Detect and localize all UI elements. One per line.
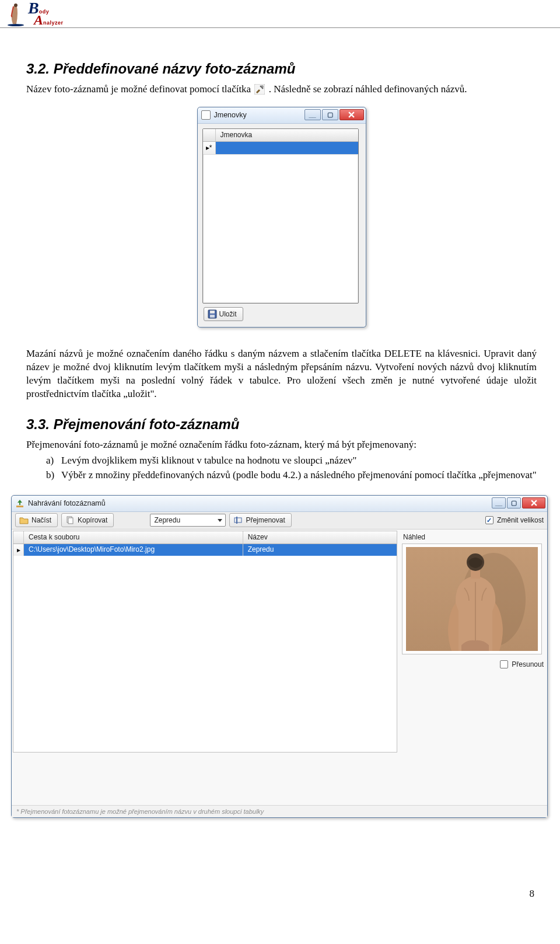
maximize-button[interactable]: ▢	[322, 109, 338, 120]
logo-wordmark: Body Analyzer	[28, 1, 58, 28]
window-body: Jmenovka ▸* Uložit	[198, 124, 366, 327]
save-icon	[208, 309, 217, 319]
logo-figure-icon	[6, 3, 26, 26]
button-label: Načíst	[32, 516, 51, 524]
svg-rect-9	[235, 518, 242, 522]
cell-name[interactable]: Zepredu	[243, 544, 397, 556]
resize-checkbox[interactable]: Změnit velikost	[485, 516, 544, 524]
photos-table[interactable]: Cesta k souboru Název ▸ C:\Users\jov\Des…	[13, 531, 397, 753]
name-dropdown[interactable]: Zepredu	[150, 514, 226, 527]
row-indicator-icon: ▸	[13, 544, 24, 556]
move-checkbox[interactable]: Přesunout	[402, 660, 544, 668]
text-fragment: Název foto-záznamů je možné definovat po…	[26, 83, 253, 95]
window-footer: Uložit	[202, 304, 361, 321]
toolbar: Načíst Kopírovat Zepredu Přejmenovat	[12, 512, 547, 530]
grid-cell[interactable]	[216, 142, 358, 154]
svg-rect-5	[210, 311, 215, 313]
maximize-button[interactable]: ▢	[507, 497, 521, 508]
upload-icon	[15, 499, 24, 508]
list-item-b: b)Výběr z množiny předdefinovaných názvů…	[46, 469, 537, 482]
window-title: Nahrávání fotozáznamů	[28, 499, 106, 507]
close-button[interactable]	[522, 497, 545, 508]
preview-pane: Náhled	[398, 530, 547, 753]
rename-icon	[233, 515, 243, 525]
close-button[interactable]	[340, 109, 364, 120]
checkbox-label: Přesunout	[512, 660, 544, 668]
app-icon	[201, 110, 211, 120]
rename-button[interactable]: Přejmenovat	[229, 513, 291, 527]
jmenovky-window: Jmenovky __ ▢ Jmenovka ▸*	[197, 107, 366, 328]
preview-image	[406, 547, 538, 651]
section-3-3-title: 3.3. Přejmenování foto-záznamů	[26, 416, 537, 433]
names-grid[interactable]: Jmenovka ▸*	[202, 128, 359, 304]
dropdown-value: Zepredu	[154, 516, 180, 524]
column-header-name[interactable]: Název	[243, 531, 397, 544]
section-3-3-intro: Přejmenování foto-záznamů je možné označ…	[26, 438, 537, 452]
checkbox-label: Změnit velikost	[497, 516, 544, 524]
minimize-button[interactable]: __	[304, 109, 321, 120]
minimize-button[interactable]: __	[492, 497, 506, 508]
window-title: Jmenovky	[214, 111, 247, 119]
svg-rect-8	[68, 518, 73, 524]
table-row[interactable]: ▸ C:\Users\jov\Desktop\MiroFoto\Miro2.jp…	[13, 544, 397, 556]
section-3-2-para1: Název foto-záznamů je možné definovat po…	[26, 83, 537, 96]
grid-header: Jmenovka	[203, 129, 358, 142]
page-header: Body Analyzer	[0, 0, 560, 28]
svg-point-0	[8, 24, 24, 26]
window-main: Cesta k souboru Název ▸ C:\Users\jov\Des…	[12, 530, 547, 753]
button-label: Přejmenovat	[246, 516, 285, 524]
window-titlebar: Jmenovky __ ▢	[198, 107, 366, 124]
tools-icon	[254, 84, 265, 95]
copy-button[interactable]: Kopírovat	[61, 513, 114, 527]
svg-point-3	[261, 85, 264, 88]
button-label: Kopírovat	[78, 516, 107, 524]
svg-point-1	[14, 4, 18, 7]
logo: Body Analyzer	[6, 1, 58, 28]
preview-label: Náhled	[403, 533, 544, 541]
column-header-path[interactable]: Cesta k souboru	[24, 531, 243, 544]
page-number: 8	[0, 818, 560, 911]
checkbox-icon	[485, 516, 494, 524]
save-button-label: Uložit	[219, 310, 237, 318]
svg-rect-6	[210, 315, 215, 318]
table-header: Cesta k souboru Název	[13, 531, 397, 544]
figure-jmenovky-window: Jmenovky __ ▢ Jmenovka ▸*	[26, 107, 537, 328]
copy-icon	[65, 515, 75, 525]
upload-window: Nahrávání fotozáznamů __ ▢ Načíst	[11, 495, 548, 818]
list-item-a: a)Levým dvojklikem myši kliknout v tabul…	[46, 454, 537, 468]
text-fragment: . Následně se zobrazí náhled definovanýc…	[269, 83, 467, 95]
column-header-jmenovka[interactable]: Jmenovka	[216, 129, 358, 141]
window-controls: __ ▢	[492, 497, 545, 508]
preview-box	[402, 544, 542, 654]
window-titlebar: Nahrávání fotozáznamů __ ▢	[12, 496, 547, 512]
grid-row[interactable]: ▸*	[203, 142, 358, 155]
cell-path[interactable]: C:\Users\jov\Desktop\MiroFoto\Miro2.jpg	[24, 544, 243, 556]
row-indicator-icon: ▸*	[203, 142, 216, 154]
load-button[interactable]: Načíst	[15, 513, 58, 527]
folder-open-icon	[19, 515, 29, 525]
window-controls: __ ▢	[304, 109, 364, 120]
save-button[interactable]: Uložit	[204, 307, 243, 321]
checkbox-icon	[500, 660, 508, 668]
section-3-3-list: a)Levým dvojklikem myši kliknout v tabul…	[46, 454, 537, 482]
figure-upload-window: Nahrávání fotozáznamů __ ▢ Načíst	[11, 495, 537, 818]
logo-a: A	[34, 14, 43, 27]
status-hint: * Přejmenování fotozáznamu je možné přej…	[12, 805, 547, 817]
section-3-2-title: 3.2. Předdefinované názvy foto-záznamů	[26, 61, 537, 77]
section-3-2-para2: Mazání názvů je možné označením daného ř…	[26, 347, 537, 401]
document-body: 3.2. Předdefinované názvy foto-záznamů N…	[0, 28, 560, 818]
